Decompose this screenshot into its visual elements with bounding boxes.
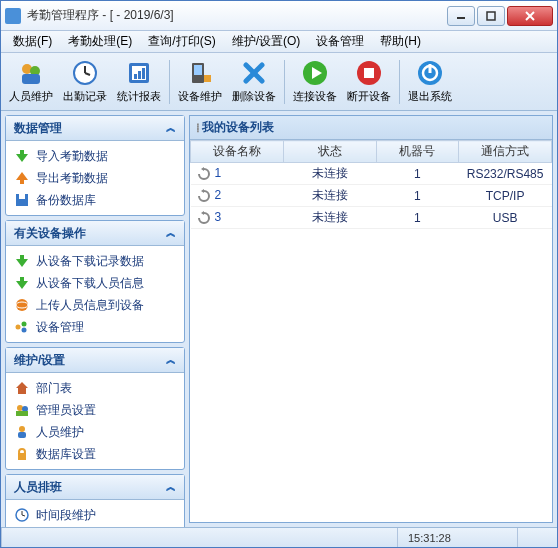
nav-item[interactable]: 导出考勤数据 — [6, 167, 184, 189]
menu-help[interactable]: 帮助(H) — [372, 31, 429, 52]
nav-item[interactable]: 备份数据库 — [6, 189, 184, 211]
svg-rect-17 — [204, 75, 211, 82]
close-button[interactable] — [507, 6, 553, 26]
clock-icon — [71, 59, 99, 87]
panel-header[interactable]: 有关设备操作︽ — [6, 221, 184, 246]
svg-rect-1 — [487, 12, 495, 20]
toolbar-report-button[interactable]: 统计报表 — [113, 56, 165, 108]
refresh-icon — [197, 167, 211, 181]
panel-header[interactable]: 人员排班︽ — [6, 475, 184, 500]
toolbar-connect-button[interactable]: 连接设备 — [289, 56, 341, 108]
nav-item-label: 部门表 — [36, 380, 72, 397]
maximize-button[interactable] — [477, 6, 505, 26]
lock-icon — [14, 446, 30, 462]
globe-orange-icon — [14, 297, 30, 313]
cell-machine: 1 — [376, 185, 459, 207]
cell-comm: TCP/IP — [459, 185, 552, 207]
nav-item-label: 从设备下载人员信息 — [36, 275, 144, 292]
svg-rect-16 — [194, 65, 202, 75]
panel-title: 有关设备操作 — [14, 225, 86, 242]
arrow-down-green-icon — [14, 148, 30, 164]
column-header[interactable]: 状态 — [283, 141, 376, 163]
toolbar-clock-button[interactable]: 出勤记录 — [59, 56, 111, 108]
device-icon — [186, 59, 214, 87]
svg-rect-13 — [138, 71, 141, 79]
nav-item-label: 人员维护 — [36, 424, 84, 441]
nav-item[interactable]: 上传人员信息到设备 — [6, 294, 184, 316]
panel-body: 时间段维护 — [6, 500, 184, 527]
cell-name-text: 3 — [215, 210, 222, 224]
nav-item[interactable]: 从设备下载记录数据 — [6, 250, 184, 272]
power-icon — [416, 59, 444, 87]
panel-title: 维护/设置 — [14, 352, 65, 369]
toolbar-power-button[interactable]: 退出系统 — [404, 56, 456, 108]
toolbar-disconnect-button[interactable]: 断开设备 — [343, 56, 395, 108]
nav-item-label: 数据库设置 — [36, 446, 96, 463]
people-icon — [17, 59, 45, 87]
app-icon — [5, 8, 21, 24]
panel-header[interactable]: 维护/设置︽ — [6, 348, 184, 373]
menu-device[interactable]: 设备管理 — [308, 31, 372, 52]
svg-point-36 — [22, 322, 27, 327]
column-header[interactable]: 设备名称 — [191, 141, 284, 163]
svg-point-42 — [19, 426, 25, 432]
toolbar-separator — [284, 60, 285, 104]
svg-rect-23 — [364, 68, 374, 78]
menu-maintain[interactable]: 维护/设置(O) — [224, 31, 309, 52]
svg-marker-38 — [16, 382, 28, 394]
nav-item[interactable]: 数据库设置 — [6, 443, 184, 465]
svg-point-33 — [16, 299, 28, 311]
svg-point-35 — [16, 325, 21, 330]
toolbar-label: 断开设备 — [347, 89, 391, 104]
cell-name: 1 — [191, 163, 284, 185]
nav-item[interactable]: 时间段维护 — [6, 504, 184, 526]
panel-body: 部门表管理员设置人员维护数据库设置 — [6, 373, 184, 469]
menu-attendance[interactable]: 考勤处理(E) — [60, 31, 140, 52]
column-header[interactable]: 机器号 — [376, 141, 459, 163]
toolbar-delete-button[interactable]: 删除设备 — [228, 56, 280, 108]
app-window: 考勤管理程序 - [ - 2019/6/3] 数据(F) 考勤处理(E) 查询/… — [0, 0, 558, 548]
cell-name: 3 — [191, 207, 284, 229]
nav-item[interactable]: 管理员设置 — [6, 399, 184, 421]
svg-marker-32 — [16, 277, 28, 289]
cell-status: 未连接 — [283, 163, 376, 185]
nav-item[interactable]: 部门表 — [6, 377, 184, 399]
sidebar-panel: 数据管理︽导入考勤数据导出考勤数据备份数据库 — [5, 115, 185, 216]
svg-point-37 — [22, 328, 27, 333]
column-header[interactable]: 通信方式 — [459, 141, 552, 163]
sidebar-panel: 人员排班︽时间段维护 — [5, 474, 185, 527]
nav-item[interactable]: 从设备下载人员信息 — [6, 272, 184, 294]
person-icon — [14, 424, 30, 440]
svg-rect-30 — [19, 194, 25, 199]
statusbar: 15:31:28 — [1, 527, 557, 547]
table-row[interactable]: 1未连接1RS232/RS485 — [191, 163, 552, 185]
cell-name-text: 1 — [215, 166, 222, 180]
svg-point-39 — [17, 405, 23, 411]
table-row[interactable]: 3未连接1USB — [191, 207, 552, 229]
nav-item[interactable]: 人员维护 — [6, 421, 184, 443]
toolbar-people-button[interactable]: 人员维护 — [5, 56, 57, 108]
panel-header[interactable]: 数据管理︽ — [6, 116, 184, 141]
svg-rect-12 — [134, 74, 137, 79]
device-table-wrap[interactable]: 设备名称状态机器号通信方式 1未连接1RS232/RS4852未连接1TCP/I… — [190, 140, 552, 522]
minimize-button[interactable] — [447, 6, 475, 26]
dots-icon — [14, 319, 30, 335]
toolbar: 人员维护出勤记录统计报表设备维护删除设备连接设备断开设备退出系统 — [1, 53, 557, 111]
arrow-down-green-icon — [14, 275, 30, 291]
menu-data[interactable]: 数据(F) — [5, 31, 60, 52]
table-row[interactable]: 2未连接1TCP/IP — [191, 185, 552, 207]
panel-body: 从设备下载记录数据从设备下载人员信息上传人员信息到设备设备管理 — [6, 246, 184, 342]
nav-item[interactable]: 设备管理 — [6, 316, 184, 338]
chevron-up-icon: ︽ — [166, 121, 176, 135]
nav-item[interactable]: 导入考勤数据 — [6, 145, 184, 167]
disk-blue-icon — [14, 192, 30, 208]
content-header: ⁞ 我的设备列表 — [190, 116, 552, 140]
report-icon — [125, 59, 153, 87]
status-time: 15:31:28 — [397, 528, 517, 547]
delete-icon — [240, 59, 268, 87]
menu-query[interactable]: 查询/打印(S) — [140, 31, 223, 52]
svg-rect-43 — [18, 432, 26, 438]
chevron-up-icon: ︽ — [166, 353, 176, 367]
window-controls — [447, 6, 553, 26]
toolbar-device-button[interactable]: 设备维护 — [174, 56, 226, 108]
